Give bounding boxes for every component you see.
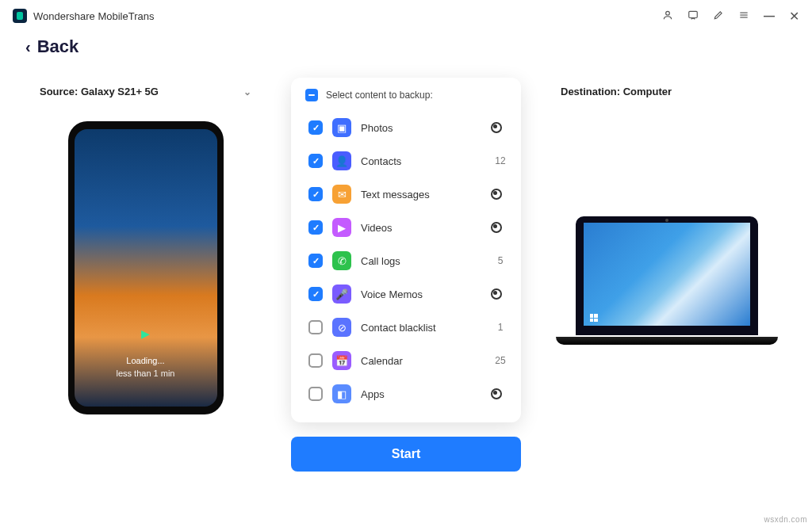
content-row[interactable]: 📅Calendar25: [305, 344, 513, 377]
content-type-icon: ▶: [332, 218, 351, 237]
content-row[interactable]: 👤Contacts12: [305, 144, 513, 178]
content-checkbox[interactable]: [308, 353, 323, 368]
back-chevron-icon[interactable]: ‹: [25, 38, 31, 56]
content-row[interactable]: ▣Photos: [305, 111, 513, 144]
play-icon: ▶: [141, 327, 150, 340]
content-label: Contacts: [361, 155, 481, 167]
content-checkbox[interactable]: [308, 120, 323, 135]
content-type-icon: 📅: [332, 351, 351, 370]
loading-spinner-icon: [491, 388, 502, 399]
content-count: 1: [491, 322, 510, 333]
content-label: Apps: [361, 388, 481, 400]
content-label: Contact blacklist: [361, 322, 481, 334]
content-count: 12: [491, 155, 510, 166]
source-label: Source: Galaxy S21+ 5G: [40, 86, 159, 97]
destination-label: Destination: Computer: [561, 86, 672, 97]
content-label: Call logs: [361, 255, 481, 267]
user-icon[interactable]: [662, 10, 673, 23]
content-type-icon: ✉: [332, 185, 351, 204]
loading-spinner-icon: [491, 122, 502, 133]
content-label: Text messages: [361, 189, 481, 200]
content-checkbox[interactable]: [308, 254, 323, 268]
panel-title: Select content to backup:: [326, 90, 433, 101]
content-checkbox[interactable]: [308, 154, 323, 168]
destination-laptop-preview: [556, 216, 778, 359]
destination-label-row: Destination: Computer: [553, 70, 780, 121]
content-type-icon: ▣: [332, 118, 351, 137]
source-column: Source: Galaxy S21+ 5G ⌄ ▶ Loading... le…: [32, 70, 259, 472]
watermark: wsxdn.com: [764, 515, 807, 524]
content-checkbox[interactable]: [308, 387, 323, 401]
app-logo: [13, 9, 27, 23]
content-row[interactable]: ◧Apps: [305, 377, 513, 411]
loading-spinner-icon: [491, 189, 502, 200]
loading-text: Loading...: [126, 356, 164, 365]
content-type-icon: ✆: [332, 251, 351, 270]
content-row[interactable]: ✆Call logs5: [305, 244, 513, 277]
content-row[interactable]: 🎤Voice Memos: [305, 277, 513, 311]
menu-icon[interactable]: [738, 10, 749, 23]
destination-column: Destination: Computer: [553, 70, 780, 472]
eta-text: less than 1 min: [117, 369, 175, 378]
content-row[interactable]: ⊘Contact blacklist1: [305, 311, 513, 344]
content-label: Voice Memos: [361, 288, 481, 300]
svg-point-0: [666, 11, 670, 15]
start-button[interactable]: Start: [291, 437, 521, 472]
content-type-icon: ◧: [332, 384, 351, 403]
edit-icon[interactable]: [713, 10, 724, 23]
source-selector[interactable]: Source: Galaxy S21+ 5G ⌄: [32, 70, 259, 121]
back-button[interactable]: Back: [37, 36, 79, 57]
content-count: 25: [491, 355, 510, 366]
content-label: Videos: [361, 222, 481, 234]
loading-spinner-icon: [491, 288, 502, 300]
source-phone-preview: ▶ Loading... less than 1 min: [68, 121, 224, 414]
content-label: Photos: [361, 122, 481, 134]
content-type-icon: ⊘: [332, 318, 351, 337]
content-count: 5: [491, 255, 510, 266]
content-checkbox[interactable]: [308, 187, 323, 201]
windows-logo-icon: [590, 314, 598, 322]
content-label: Calendar: [361, 355, 481, 367]
close-icon[interactable]: ✕: [789, 9, 799, 24]
minimize-icon[interactable]: —: [764, 10, 775, 22]
content-panel: Select content to backup: ▣Photos👤Contac…: [291, 78, 521, 422]
content-checkbox[interactable]: [308, 220, 323, 235]
svg-rect-1: [689, 11, 698, 17]
app-title: Wondershare MobileTrans: [33, 10, 154, 22]
content-row[interactable]: ✉Text messages: [305, 178, 513, 211]
content-checkbox[interactable]: [308, 320, 323, 334]
feedback-icon[interactable]: [688, 10, 699, 23]
content-checkbox[interactable]: [308, 287, 323, 301]
select-all-checkbox[interactable]: [305, 89, 318, 101]
chevron-down-icon: ⌄: [243, 86, 251, 97]
content-row[interactable]: ▶Videos: [305, 211, 513, 244]
content-type-icon: 🎤: [332, 285, 351, 304]
content-list[interactable]: ▣Photos👤Contacts12✉Text messages▶Videos✆…: [291, 111, 521, 422]
content-type-icon: 👤: [332, 151, 351, 170]
loading-spinner-icon: [491, 222, 502, 233]
